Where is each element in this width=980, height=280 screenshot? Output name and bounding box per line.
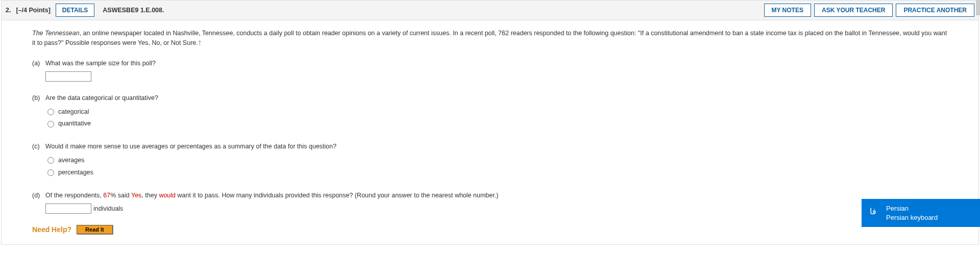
- part-a: (a) What was the sample size for this po…: [32, 58, 948, 82]
- part-d-pct: 67: [103, 192, 110, 199]
- part-d: (d) Of the respondents, 67% said Yes, th…: [32, 190, 948, 214]
- part-d-mid: , they: [141, 192, 159, 199]
- scrollbar-thumb[interactable]: [976, 0, 980, 15]
- my-notes-button[interactable]: MY NOTES: [764, 4, 811, 17]
- read-it-button[interactable]: Read It: [77, 225, 113, 234]
- intro-italic: The Tennessean: [32, 30, 80, 37]
- part-d-input[interactable]: [45, 203, 91, 214]
- part-c-option-1-label: averages: [58, 155, 84, 167]
- part-b-option-2: quantitative: [47, 118, 948, 130]
- dagger-symbol: †: [198, 39, 202, 46]
- part-d-yes: Yes: [131, 192, 141, 199]
- ask-teacher-button[interactable]: ASK YOUR TEACHER: [814, 4, 893, 17]
- source-code: ASWESBE9 1.E.008.: [103, 7, 164, 14]
- part-c-label: (c): [32, 141, 45, 151]
- part-c-option-2-label: percentages: [58, 167, 93, 179]
- part-d-unit: individuals: [93, 205, 123, 212]
- part-c-option-1: averages: [47, 155, 948, 167]
- part-b-label: (b): [32, 93, 45, 103]
- details-button[interactable]: DETAILS: [56, 4, 94, 17]
- part-c-text: Would it make more sense to use averages…: [45, 141, 948, 151]
- part-b-text: Are the data categorical or quantitative…: [45, 93, 948, 103]
- part-b: (b) Are the data categorical or quantita…: [32, 93, 948, 131]
- part-d-text: Of the respondents, 67% said Yes, they w…: [45, 190, 948, 200]
- part-d-would: would: [159, 192, 176, 199]
- header-right: MY NOTES ASK YOUR TEACHER PRACTICE ANOTH…: [764, 4, 975, 17]
- part-c-option-2: percentages: [47, 167, 948, 179]
- ime-keyboard: Persian keyboard: [886, 213, 973, 222]
- intro-text: The Tennessean, an online newspaper loca…: [32, 29, 948, 48]
- question-content: The Tennessean, an online newspaper loca…: [2, 20, 978, 244]
- part-b-option-1: categorical: [47, 106, 948, 118]
- part-c-radio-1[interactable]: [47, 157, 54, 164]
- part-a-input[interactable]: [45, 71, 91, 82]
- part-d-label: (d): [32, 190, 45, 200]
- part-a-label: (a): [32, 58, 45, 68]
- part-b-radio-1[interactable]: [47, 109, 54, 115]
- part-d-post: want it to pass. How many individuals pr…: [176, 192, 498, 199]
- ime-popup[interactable]: فا Persian Persian keyboard: [862, 199, 980, 227]
- intro-rest: , an online newspaper located in Nashvil…: [32, 30, 947, 46]
- question-number: 2.: [6, 7, 11, 14]
- points-label: [–/4 Points]: [16, 7, 50, 14]
- question-header: 2. [–/4 Points] DETAILS ASWESBE9 1.E.008…: [2, 1, 978, 20]
- part-a-text: What was the sample size for this poll?: [45, 58, 948, 68]
- part-c-radio-2[interactable]: [47, 169, 54, 176]
- question-container: 2. [–/4 Points] DETAILS ASWESBE9 1.E.008…: [1, 0, 979, 245]
- ime-glyph: فا: [870, 206, 876, 217]
- part-b-radio-2[interactable]: [47, 121, 54, 128]
- header-left: 2. [–/4 Points] DETAILS ASWESBE9 1.E.008…: [6, 4, 759, 17]
- ime-language: Persian: [886, 204, 973, 213]
- part-d-pre: Of the respondents,: [45, 192, 103, 199]
- need-help-label: Need Help?: [32, 225, 71, 234]
- part-c: (c) Would it make more sense to use aver…: [32, 141, 948, 179]
- part-b-option-2-label: quantitative: [58, 118, 91, 130]
- part-d-pct-suffix: % said: [110, 192, 131, 199]
- part-b-option-1-label: categorical: [58, 106, 89, 118]
- practice-another-button[interactable]: PRACTICE ANOTHER: [896, 4, 974, 17]
- need-help-row: Need Help? Read It: [32, 225, 948, 234]
